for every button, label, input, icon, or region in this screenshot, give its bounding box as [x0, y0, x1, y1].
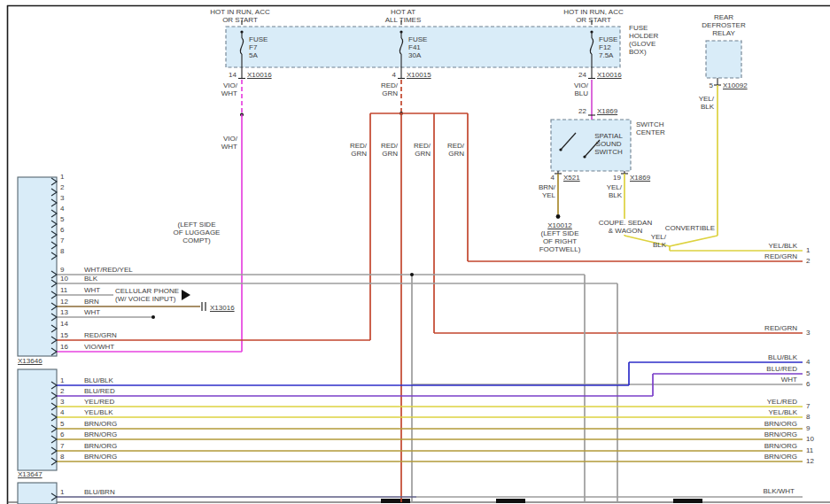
pin-number: 4 [392, 71, 396, 79]
wire-color-label: YEL/RED [767, 398, 797, 406]
pin-number: 3 [60, 194, 64, 202]
pin-number: 5 [60, 420, 64, 428]
wire-color-label: YEL/ BLK [607, 183, 622, 199]
wire-color-label: RED/ GRN [447, 142, 464, 158]
pin-number: 6 [60, 430, 64, 438]
wire-color-label: BLU/BLK [768, 353, 797, 361]
wire-color-label: YEL/BLK [769, 408, 797, 416]
wire-color-label: VIO/ WHT [221, 135, 237, 151]
pin-number: 8 [806, 413, 810, 421]
wire-color-label: WHT [84, 286, 100, 294]
pin-number: 2 [60, 387, 64, 395]
pin-number: 12 [806, 457, 814, 465]
pin-number: 1 [60, 488, 64, 496]
page-cut-mark [496, 499, 525, 503]
pin-number: 4 [60, 205, 64, 213]
wire-color-label: RED/ GRN [414, 142, 431, 158]
fuse-label: FUSE F41 30A [408, 35, 427, 59]
wire-color-label: RED/ GRN [381, 142, 398, 158]
pin-number: 10 [60, 275, 68, 283]
splice-label: X10012 [547, 221, 572, 229]
wire-color-label: BLK [84, 275, 97, 283]
pin-number: 4 [806, 358, 810, 366]
wire-color-label: RED/GRN [84, 331, 117, 339]
pin-number: 3 [806, 329, 810, 337]
pin-number: 1 [60, 376, 64, 384]
wire-color-label: BRN/ORG [84, 453, 117, 461]
pin-number: 22 [578, 107, 586, 115]
power-feed-label: HOT IN RUN, ACC OR START [210, 8, 269, 24]
left-connector-box-b [18, 369, 57, 470]
cellular-device-label: CELLULAR PHONE (W/ VOICE INPUT) [113, 287, 181, 303]
wire-color-label: BRN/ORG [764, 442, 797, 450]
connector-label: X13647 [18, 470, 43, 478]
wire-color-label: YEL/RED [84, 398, 114, 406]
wire-color-label: BLU/RED [84, 387, 115, 395]
pin-number: 14 [60, 320, 68, 328]
pin-number: 8 [60, 453, 64, 461]
wire-color-label: VIO/ WHT [221, 81, 237, 97]
pin-number: 5 [60, 215, 64, 223]
pin-number: 7 [806, 402, 810, 410]
left-connector-box-a [18, 177, 57, 356]
connector-label: X10016 [247, 71, 272, 79]
switch-center-label: SWITCH CENTER [636, 120, 665, 136]
rear-defroster-relay-box [706, 41, 741, 78]
wire-color-label: BLU/RED [766, 365, 797, 373]
grey-wires [57, 273, 803, 502]
wire-color-label: BLU/BLK [84, 376, 113, 384]
splice-location-label: (LEFT SIDE OF RIGHT FOOTWELL) [539, 229, 581, 253]
connector-label: X10016 [597, 71, 622, 79]
connector-label: X10015 [407, 71, 431, 79]
pin-number: 5 [806, 369, 810, 377]
vio-blu-wire [588, 80, 595, 120]
wire-color-label: BRN [84, 298, 99, 306]
wire-color-label: VIO/WHT [84, 343, 114, 351]
wire-color-label: BRN/ YEL [539, 183, 555, 199]
wire-color-label: BLU/BRN [84, 488, 115, 496]
page-cut-mark [381, 499, 410, 503]
wire-color-label: BRN/ORG [764, 430, 797, 438]
wire-color-label: WHT [781, 376, 797, 384]
pin-number: 11 [806, 446, 813, 454]
pin-number: 5 [710, 81, 713, 89]
pin-number: 6 [60, 226, 64, 234]
variant-label-convertible: CONVERTIBLE [665, 224, 715, 232]
pin-number: 16 [60, 343, 68, 351]
pin-number: 9 [806, 424, 810, 432]
fuse-label: FUSE F12 7.5A [599, 35, 617, 59]
variant-label-coupe: COUPE. SEDAN & WAGON [597, 219, 654, 235]
wire-color-label: YEL/BLK [84, 408, 112, 416]
wire-color-label: BRN/ORG [84, 420, 117, 428]
connector-label: X521 [563, 174, 580, 182]
cellular-location-label: (LEFT SIDE OF LUGGAGE COMPT) [174, 221, 221, 244]
relay-wire [714, 78, 721, 236]
wire-color-label: BRN/ORG [764, 453, 797, 461]
wire-color-label: YEL/ BLK [651, 233, 666, 249]
pin-number: 7 [60, 236, 64, 244]
pin-number: 12 [60, 298, 68, 306]
pin-number: 24 [578, 71, 586, 79]
switch-name-label: SPATIAL SOUND SWITCH [594, 132, 623, 156]
pin-number: 10 [806, 435, 814, 443]
left-connector-box-c [18, 483, 57, 504]
page-cut-mark [673, 499, 702, 503]
wire-color-label: YEL/BLK [769, 242, 797, 250]
connector-label: X1869 [630, 174, 650, 182]
wire-color-label: VIO/ BLU [574, 81, 588, 97]
power-feed-label: HOT IN RUN, ACC OR START [563, 8, 623, 24]
wire-color-label: BRN/ORG [764, 420, 797, 428]
pin-number: 2 [60, 183, 64, 191]
pin-number: 11 [60, 286, 67, 294]
pin-number: 1 [806, 246, 810, 254]
wire-color-label: RED/GRN [764, 324, 797, 332]
wire-color-label: WHT [84, 308, 100, 316]
pin-number: 1 [60, 173, 64, 181]
pin-number: 15 [60, 331, 68, 339]
connector-label: X13016 [210, 304, 235, 312]
wire-color-label: WHT/RED/YEL [84, 266, 133, 274]
yellow-olive-rows [57, 407, 803, 461]
wire-color-label: RED/GRN [764, 252, 797, 260]
wire-color-label: BRN/ORG [84, 430, 117, 438]
connector-label: X13646 [18, 357, 43, 365]
